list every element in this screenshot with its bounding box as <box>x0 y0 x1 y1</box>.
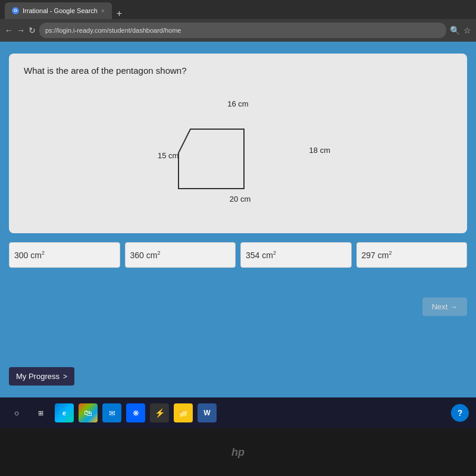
my-progress-chevron: > <box>63 372 67 381</box>
address-bar-row: ← → ↻ ps://login.i-ready.com/student/das… <box>0 19 476 42</box>
new-tab-button[interactable]: + <box>112 8 127 19</box>
next-button-area: Next → <box>422 298 467 316</box>
taskbar: ○ ⊞ e 🛍 ✉ ❋ ⚡ 📁 W ? <box>0 397 476 428</box>
answer-options: 300 cm2 360 cm2 354 cm2 297 cm2 <box>9 242 467 268</box>
my-progress-label: My Progress <box>16 372 60 381</box>
taskbar-word-icon[interactable]: W <box>198 403 217 422</box>
main-content: What is the area of the pentagon shown? … <box>0 42 476 397</box>
my-progress-area: My Progress > <box>9 367 74 386</box>
refresh-icon[interactable]: ↻ <box>29 26 36 35</box>
answer-option-d[interactable]: 297 cm2 <box>356 242 468 268</box>
active-tab[interactable]: G Irrational - Google Search × <box>5 2 112 19</box>
taskbar-mail-icon[interactable]: ✉ <box>102 403 121 422</box>
taskbar-files-icon[interactable]: 📁 <box>174 403 193 422</box>
question-text: What is the area of the pentagon shown? <box>24 65 452 76</box>
my-progress-button[interactable]: My Progress > <box>9 367 74 386</box>
next-label: Next → <box>432 302 458 311</box>
diagram-area: 16 cm 15 cm 18 cm 20 cm <box>24 87 452 218</box>
pentagon-container: 16 cm 15 cm 18 cm 20 cm <box>161 99 315 206</box>
right-label: 18 cm <box>309 146 330 155</box>
forward-icon[interactable]: → <box>17 26 25 35</box>
back-icon[interactable]: ← <box>5 26 13 35</box>
google-favicon: G <box>12 7 19 14</box>
answer-option-c[interactable]: 354 cm2 <box>240 242 352 268</box>
hp-logo-area: hp <box>0 428 476 476</box>
search-icon[interactable]: 🔍 <box>450 26 460 35</box>
taskbar-help-icon[interactable]: ? <box>451 404 469 422</box>
taskbar-task-view-icon[interactable]: ⊞ <box>31 403 50 422</box>
taskbar-dropbox-icon[interactable]: ❋ <box>126 403 145 422</box>
answer-option-b[interactable]: 360 cm2 <box>125 242 236 268</box>
tab-label: Irrational - Google Search <box>23 7 98 14</box>
taskbar-search-icon[interactable]: ○ <box>7 403 26 422</box>
top-label: 16 cm <box>227 99 248 108</box>
address-text: ps://login.i-ready.com/student/dashboard… <box>45 27 181 34</box>
taskbar-edge-icon[interactable]: e <box>55 403 74 422</box>
taskbar-thunder-icon[interactable]: ⚡ <box>150 403 169 422</box>
browser-chrome: G Irrational - Google Search × + ← → ↻ p… <box>0 0 476 42</box>
next-button[interactable]: Next → <box>422 298 467 316</box>
pentagon-svg <box>173 111 268 206</box>
address-bar[interactable]: ps://login.i-ready.com/student/dashboard… <box>39 23 446 38</box>
star-icon[interactable]: ☆ <box>464 26 471 35</box>
tab-close-icon[interactable]: × <box>101 8 105 14</box>
tab-bar: G Irrational - Google Search × + <box>0 0 476 19</box>
answer-option-a[interactable]: 300 cm2 <box>9 242 120 268</box>
question-card: What is the area of the pentagon shown? … <box>9 54 467 233</box>
taskbar-store-icon[interactable]: 🛍 <box>79 403 98 422</box>
hp-logo: hp <box>231 446 245 459</box>
svg-marker-0 <box>178 129 244 189</box>
